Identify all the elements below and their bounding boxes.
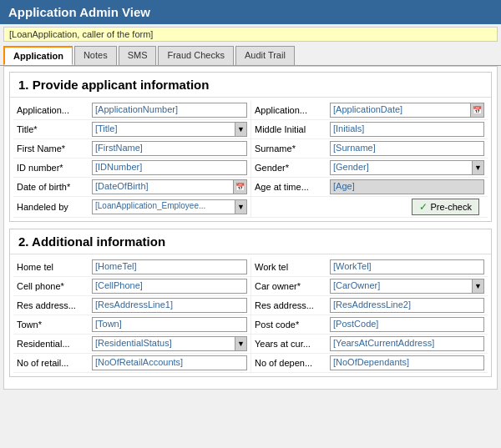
label-application-date: Application... — [255, 105, 330, 115]
input-worktel[interactable]: [WorkTel] — [330, 259, 484, 274]
tab-application[interactable]: Application — [3, 46, 73, 65]
label-yearsatcurrentaddress: Years at cur... — [255, 339, 330, 349]
field-idnumber: ID number* [IDNumber] — [13, 159, 250, 178]
field-cellphone: Cell phone* [CellPhone] — [13, 277, 250, 296]
section-2: 2. Additional information Home tel [Home… — [9, 229, 492, 377]
section-1: 1. Provide applicant information Applica… — [9, 72, 492, 222]
field-surname: Surname* [Surname] — [250, 139, 488, 159]
input-dob[interactable]: [DateOfBirth] — [92, 179, 234, 194]
field-precheck: ✓ Pre-check — [250, 197, 488, 218]
input-application-date[interactable]: [ApplicationDate] — [330, 103, 471, 118]
field-employee: Handeled by [LoanApplication_Employee...… — [13, 197, 250, 218]
field-initials: Middle Initial [Initials] — [250, 120, 488, 139]
field-yearsatcurrentaddress: Years at cur... [YearsAtCurrentAddress] — [250, 335, 488, 354]
dropdown-carowner-btn[interactable]: ▼ — [473, 279, 484, 294]
input-cellphone[interactable]: [CellPhone] — [92, 279, 247, 294]
dropdown-gender-btn[interactable]: ▼ — [473, 160, 484, 175]
input-age[interactable]: [Age] — [330, 179, 484, 194]
input-application-number[interactable]: [ApplicationNumber] — [92, 103, 247, 118]
label-noofretailaccounts: No of retail... — [17, 358, 92, 368]
dropdown-title-btn[interactable]: ▼ — [235, 122, 247, 137]
label-employee: Handeled by — [17, 202, 92, 212]
label-firstname: First Name* — [17, 143, 92, 154]
input-resaddress1[interactable]: [ResAddressLine1] — [92, 298, 247, 313]
field-resaddress2: Res address... [ResAddressLine2] — [250, 296, 488, 315]
label-worktel: Work tel — [255, 262, 330, 272]
label-resaddress2: Res address... — [255, 300, 330, 310]
label-application-number: Application... — [17, 105, 92, 115]
content-area: 1. Provide applicant information Applica… — [3, 66, 498, 390]
field-noofretailaccounts: No of retail... [NoOfRetailAccounts] — [13, 354, 250, 373]
input-title[interactable]: [Title] — [92, 122, 235, 137]
input-carowner[interactable]: [CarOwner] — [330, 279, 473, 294]
label-surname: Surname* — [255, 143, 330, 154]
calendar-dob-icon[interactable]: 📅 — [234, 179, 247, 194]
input-initials[interactable]: [Initials] — [330, 122, 484, 137]
label-idnumber: ID number* — [17, 163, 92, 173]
field-worktel: Work tel [WorkTel] — [250, 258, 488, 277]
dropdown-residential-btn[interactable]: ▼ — [235, 336, 247, 351]
tab-audit-trail[interactable]: Audit Trail — [235, 46, 295, 65]
caller-bar: [LoanApplication, caller of the form] — [3, 27, 498, 42]
label-postcode: Post code* — [255, 320, 330, 330]
label-residentialstatus: Residential... — [17, 339, 92, 349]
title-bar: Application Admin View — [0, 0, 501, 24]
field-title: Title* [Title] ▼ — [13, 120, 250, 139]
field-resaddress1: Res address... [ResAddressLine1] — [13, 296, 250, 315]
input-surname[interactable]: [Surname] — [330, 141, 484, 156]
tab-notes[interactable]: Notes — [74, 46, 117, 65]
input-noofretailaccounts[interactable]: [NoOfRetailAccounts] — [92, 355, 247, 370]
input-employee[interactable]: [LoanApplication_Employee... — [92, 199, 235, 214]
precheck-button[interactable]: ✓ Pre-check — [412, 199, 479, 215]
field-town: Town* [Town] — [13, 315, 250, 335]
label-gender: Gender* — [255, 163, 330, 173]
input-firstname[interactable]: [FirstName] — [92, 141, 247, 156]
label-age: Age at time... — [255, 182, 330, 192]
label-initials: Middle Initial — [255, 124, 330, 134]
section-2-title: 2. Additional information — [10, 229, 491, 254]
dropdown-employee-btn[interactable]: ▼ — [235, 199, 247, 214]
field-application-date: Application... [ApplicationDate] 📅 — [250, 101, 488, 120]
input-postcode[interactable]: [PostCode] — [330, 317, 484, 332]
field-noofdependants: No of depen... [NoOfDependants] — [250, 354, 488, 373]
field-dob: Date of birth* [DateOfBirth] 📅 — [13, 178, 250, 197]
field-application-number: Application... [ApplicationNumber] — [13, 101, 250, 120]
field-gender: Gender* [Gender] ▼ — [250, 159, 488, 178]
label-dob: Date of birth* — [17, 182, 92, 192]
label-resaddress1: Res address... — [17, 300, 92, 310]
calendar-icon[interactable]: 📅 — [471, 103, 484, 118]
input-noofdependants[interactable]: [NoOfDependants] — [330, 355, 484, 370]
field-postcode: Post code* [PostCode] — [250, 315, 488, 335]
checkmark-icon: ✓ — [419, 201, 428, 213]
label-carowner: Car owner* — [255, 281, 330, 291]
field-residentialstatus: Residential... [ResidentialStatus] ▼ — [13, 335, 250, 354]
label-town: Town* — [17, 320, 92, 330]
input-town[interactable]: [Town] — [92, 317, 247, 332]
input-idnumber[interactable]: [IDNumber] — [92, 160, 247, 175]
section-1-title: 1. Provide applicant information — [10, 73, 491, 98]
tab-sms[interactable]: SMS — [119, 46, 157, 65]
label-hometel: Home tel — [17, 262, 92, 272]
label-noofdependants: No of depen... — [255, 358, 330, 368]
tab-fraud-checks[interactable]: Fraud Checks — [158, 46, 233, 65]
input-residentialstatus[interactable]: [ResidentialStatus] — [92, 336, 235, 351]
field-age: Age at time... [Age] — [250, 178, 488, 197]
input-hometel[interactable]: [HomeTel] — [92, 259, 247, 274]
tabs-bar: Application Notes SMS Fraud Checks Audit… — [0, 44, 501, 66]
label-cellphone: Cell phone* — [17, 281, 92, 291]
field-firstname: First Name* [FirstName] — [13, 139, 250, 159]
field-hometel: Home tel [HomeTel] — [13, 258, 250, 277]
input-gender[interactable]: [Gender] — [330, 160, 473, 175]
field-carowner: Car owner* [CarOwner] ▼ — [250, 277, 488, 296]
input-resaddress2[interactable]: [ResAddressLine2] — [330, 298, 484, 313]
label-title: Title* — [17, 124, 92, 134]
input-yearsatcurrentaddress[interactable]: [YearsAtCurrentAddress] — [330, 336, 484, 351]
